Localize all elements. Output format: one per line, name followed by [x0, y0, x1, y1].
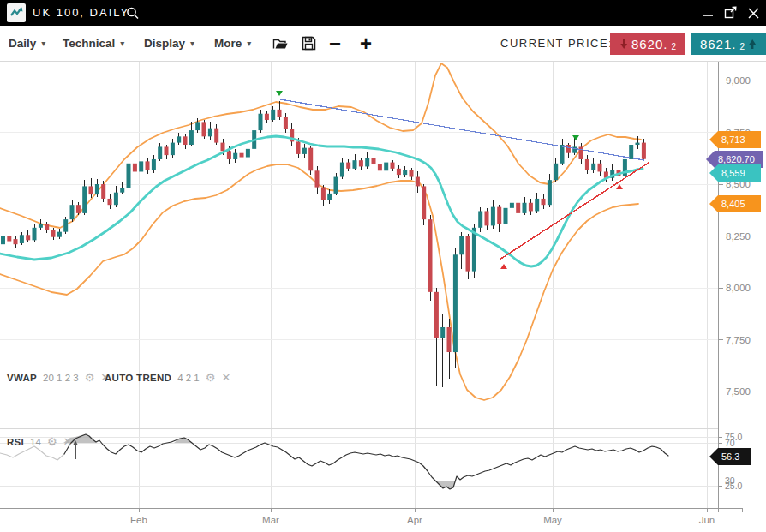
buy-signal-icon: [500, 264, 507, 269]
save-icon[interactable]: [302, 26, 316, 61]
zoom-out-button[interactable]: −: [329, 26, 341, 61]
axis-label: 8,000: [726, 283, 751, 293]
close-icon[interactable]: ✕: [63, 436, 73, 447]
search-icon[interactable]: [125, 6, 141, 21]
arrow-down-icon: [619, 39, 628, 50]
minimize-button[interactable]: [701, 5, 716, 21]
title-bar: UK 100, DAILY: [0, 0, 766, 26]
sell-signal-icon: [276, 91, 283, 96]
axis-label: Feb: [130, 515, 147, 525]
sell-price-button[interactable]: 8620.2: [610, 33, 685, 55]
axis-label: 7,750: [726, 335, 751, 345]
rsi-indicator-label: RSI 14 ⚙ ✕: [7, 436, 72, 447]
menu-display[interactable]: Display▾: [144, 26, 194, 61]
chevron-down-icon: ▾: [247, 39, 251, 48]
chevron-down-icon: ▾: [120, 39, 124, 48]
chart-canvas[interactable]: FebMarAprMayJun9,0008,7508,5008,2508,000…: [0, 62, 766, 532]
buy-price-button[interactable]: 8621.2: [691, 33, 766, 55]
gear-icon[interactable]: ⚙: [47, 436, 57, 447]
toolbar: Daily▾ Technical▾ Display▾ More▾ − + CUR…: [0, 26, 766, 62]
price-tag: 56.3: [709, 448, 751, 465]
axis-label: Apr: [407, 515, 422, 525]
gear-icon[interactable]: ⚙: [206, 372, 216, 383]
menu-timeframe[interactable]: Daily▾: [9, 26, 45, 61]
price-tag: 8,405: [709, 195, 761, 212]
app-logo-icon: [7, 3, 26, 22]
close-button[interactable]: [745, 5, 761, 21]
vwap-indicator-label: VWAP 20 1 2 3 ⚙ ✕: [7, 372, 110, 383]
chart-window: UK 100, DAILY Daily▾ Technical▾ Display▾…: [0, 0, 766, 532]
close-icon[interactable]: ✕: [221, 372, 230, 383]
zoom-in-button[interactable]: +: [360, 26, 372, 61]
sell-signal-icon: [572, 135, 579, 140]
chevron-down-icon: ▾: [41, 39, 45, 48]
axis-label: 9,000: [726, 75, 751, 86]
current-price-label: CURRENT PRICE:: [500, 26, 613, 61]
menu-more[interactable]: More▾: [214, 26, 251, 61]
axis-label: 70: [725, 438, 735, 448]
axis-label: 8,250: [726, 231, 751, 242]
axis-label: May: [543, 515, 562, 525]
chevron-down-icon: ▾: [190, 39, 194, 48]
axis-label: Mar: [262, 515, 279, 525]
axis-label: 25.0: [725, 481, 743, 491]
axis-label: 7,500: [726, 386, 751, 397]
price-tag: 8,559: [709, 164, 761, 182]
price-chart: FebMarAprMayJun9,0008,7508,5008,2508,000…: [0, 62, 766, 532]
menu-technical[interactable]: Technical▾: [63, 26, 124, 61]
arrow-up-icon: [748, 39, 757, 50]
popout-button[interactable]: [723, 5, 739, 21]
autotrend-indicator-label: AUTO TREND 4 2 1 ⚙ ✕: [105, 372, 230, 383]
price-tag: 8,713: [709, 131, 761, 148]
gear-icon[interactable]: ⚙: [85, 372, 95, 383]
open-folder-icon[interactable]: [272, 26, 289, 61]
chart-title: UK 100, DAILY: [33, 6, 129, 19]
buy-signal-icon: [616, 184, 623, 189]
axis-label: Jun: [699, 515, 715, 525]
